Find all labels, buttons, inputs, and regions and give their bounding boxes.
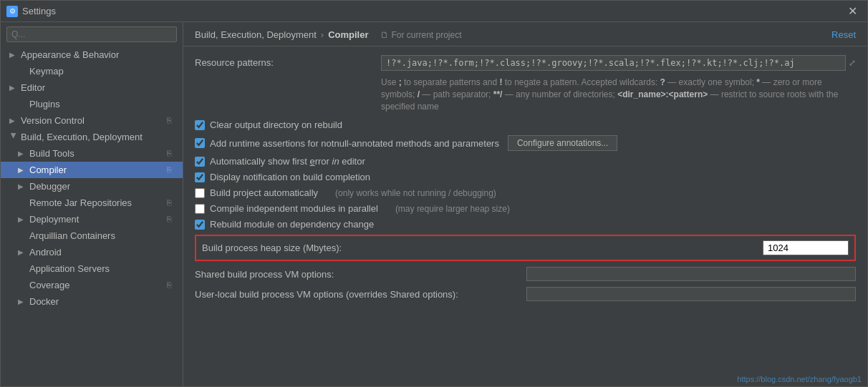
window-title: Settings	[22, 6, 844, 16]
sidebar-item-docker[interactable]: ▶ Docker	[1, 293, 183, 310]
sidebar-item-arquillian[interactable]: Arquillian Containers	[1, 227, 183, 244]
sidebar-item-label: Keymap	[29, 66, 64, 77]
hint-text: Use ; to separate patterns and ! to nega…	[381, 77, 856, 112]
sidebar-item-build-tools[interactable]: ▶ Build Tools ⎘	[1, 145, 183, 162]
rebuild-dependency-label: Rebuild module on dependency change	[210, 219, 374, 230]
copy-icon: ⎘	[167, 165, 177, 175]
sidebar-item-coverage[interactable]: Coverage ⎘	[1, 277, 183, 293]
sidebar-item-deployment[interactable]: ▶ Deployment ⎘	[1, 211, 183, 227]
sidebar-item-label: Android	[29, 247, 62, 258]
clear-output-row: Clear output directory on rebuild	[195, 119, 856, 130]
build-auto-checkbox[interactable]	[195, 188, 205, 198]
configure-annotations-button[interactable]: Configure annotations...	[508, 135, 617, 151]
expand-arrow: ▶	[10, 133, 18, 142]
form-content: Resource patterns: ⤢ Use ; to separate p…	[183, 46, 867, 386]
compile-parallel-row: Compile independent modules in parallel	[195, 203, 378, 214]
sidebar-item-label: Docker	[29, 296, 59, 307]
expand-arrow: ▶	[18, 215, 26, 223]
copy-icon: ⎘	[167, 280, 177, 290]
sidebar-item-label: Debugger	[29, 181, 70, 192]
sidebar: ▶ Appearance & Behavior Keymap ▶ Editor …	[1, 22, 183, 386]
display-notification-checkbox[interactable]	[195, 172, 205, 182]
sidebar-item-label: Build, Execution, Deployment	[21, 132, 143, 142]
build-auto-label: Build project automatically	[210, 187, 318, 198]
sidebar-item-remote-jar[interactable]: Remote Jar Repositories ⎘	[1, 195, 183, 211]
sidebar-item-label: Appearance & Behavior	[21, 49, 119, 60]
breadcrumb: Build, Execution, Deployment › Compiler …	[195, 29, 462, 40]
sidebar-item-editor[interactable]: ▶ Editor	[1, 79, 183, 96]
sidebar-item-keymap[interactable]: Keymap	[1, 63, 183, 79]
add-assertions-checkbox[interactable]	[195, 138, 205, 148]
sidebar-item-appearance[interactable]: ▶ Appearance & Behavior	[1, 46, 183, 63]
sidebar-item-label: Compiler	[29, 165, 67, 175]
reset-button[interactable]: Reset	[831, 29, 856, 40]
clear-output-label: Clear output directory on rebuild	[210, 119, 342, 130]
sidebar-item-label: Remote Jar Repositories	[29, 197, 132, 208]
app-icon: ⚙	[6, 6, 18, 17]
expand-arrow: ▶	[9, 84, 18, 92]
sidebar-item-label: Plugins	[29, 99, 60, 109]
user-vm-input[interactable]	[526, 287, 856, 301]
sidebar-item-plugins[interactable]: Plugins	[1, 96, 183, 112]
clear-output-checkbox[interactable]	[195, 120, 205, 130]
sidebar-item-version-control[interactable]: ▶ Version Control ⎘	[1, 112, 183, 129]
main-layout: ▶ Appearance & Behavior Keymap ▶ Editor …	[1, 22, 867, 386]
breadcrumb-current: Compiler	[328, 29, 368, 40]
add-assertions-label: Add runtime assertions for notnull-annot…	[210, 138, 499, 149]
breadcrumb-parent: Build, Execution, Deployment	[195, 29, 317, 40]
sidebar-item-label: Version Control	[21, 115, 85, 126]
auto-show-error-label: Automatically show first error in editor	[210, 156, 365, 167]
expand-arrow: ▶	[9, 51, 18, 59]
resource-patterns-label: Resource patterns:	[195, 55, 381, 68]
panel-header: Build, Execution, Deployment › Compiler …	[183, 22, 867, 46]
user-vm-label: User-local build process VM options (ove…	[195, 289, 526, 300]
copy-icon: ⎘	[167, 215, 177, 225]
expand-arrow: ▶	[18, 150, 26, 157]
expand-arrow: ▶	[18, 182, 26, 190]
rebuild-dependency-row: Rebuild module on dependency change	[195, 219, 856, 230]
compile-parallel-label: Compile independent modules in parallel	[210, 203, 378, 214]
copy-icon: ⎘	[167, 149, 177, 159]
resource-patterns-input[interactable]	[381, 55, 846, 71]
watermark: https://blog.csdn.net/zhang/fyaogb1	[737, 375, 862, 383]
shared-vm-label: Shared build process VM options:	[195, 269, 526, 280]
main-panel: Build, Execution, Deployment › Compiler …	[183, 22, 867, 386]
sidebar-item-label: Arquillian Containers	[29, 230, 115, 241]
expand-arrow: ▶	[18, 248, 26, 256]
copy-icon: ⎘	[167, 116, 177, 126]
heap-size-row: Build process heap size (Mbytes):	[195, 235, 856, 261]
auto-show-error-row: Automatically show first error in editor	[195, 156, 856, 167]
shared-vm-input[interactable]	[526, 267, 856, 281]
sidebar-item-label: Build Tools	[29, 148, 74, 159]
display-notification-label: Display notification on build completion	[210, 172, 370, 182]
sidebar-item-label: Application Servers	[29, 263, 110, 274]
sidebar-item-app-servers[interactable]: Application Servers	[1, 260, 183, 277]
compile-parallel-hint: (may require larger heap size)	[395, 204, 510, 214]
build-auto-row: Build project automatically	[195, 187, 318, 198]
sidebar-item-label: Editor	[21, 82, 45, 93]
heap-size-input[interactable]	[763, 240, 849, 255]
copy-icon: ⎘	[167, 198, 177, 208]
expand-arrow: ▶	[18, 166, 26, 174]
shared-vm-row: Shared build process VM options:	[195, 267, 856, 281]
search-input[interactable]	[6, 26, 177, 42]
close-button[interactable]: ✕	[844, 3, 862, 19]
for-project-label: 🗋For current project	[380, 30, 462, 40]
expand-arrow: ▶	[18, 298, 26, 305]
resource-patterns-row: Resource patterns: ⤢	[195, 55, 856, 71]
sidebar-item-label: Deployment	[29, 214, 79, 225]
search-box	[1, 22, 183, 46]
compile-parallel-checkbox[interactable]	[195, 204, 205, 214]
heap-size-label: Build process heap size (Mbytes):	[202, 243, 763, 253]
rebuild-dependency-checkbox[interactable]	[195, 220, 205, 230]
sidebar-item-compiler[interactable]: ▶ Compiler ⎘	[1, 162, 183, 178]
display-notification-row: Display notification on build completion	[195, 172, 856, 182]
sidebar-item-android[interactable]: ▶ Android	[1, 244, 183, 260]
sidebar-item-build-exec-deploy[interactable]: ▶ Build, Execution, Deployment	[1, 129, 183, 145]
expand-icon[interactable]: ⤢	[849, 58, 856, 68]
sidebar-item-debugger[interactable]: ▶ Debugger	[1, 178, 183, 195]
resource-patterns-field: ⤢	[381, 55, 856, 71]
sidebar-item-label: Coverage	[29, 280, 69, 290]
titlebar: ⚙ Settings ✕	[1, 1, 867, 22]
auto-show-error-checkbox[interactable]	[195, 157, 205, 167]
